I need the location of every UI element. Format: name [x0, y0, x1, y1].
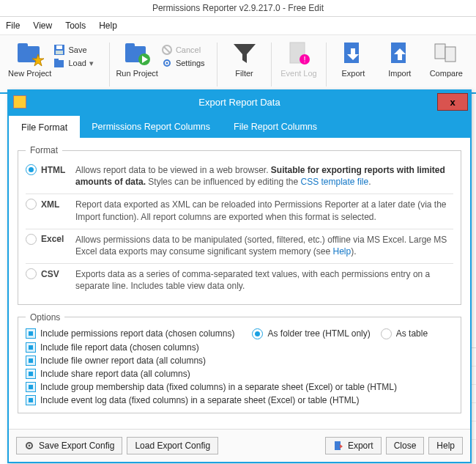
format-label-csv: CSV: [41, 269, 59, 279]
format-label-html: HTML: [41, 165, 65, 175]
options-legend: Options: [26, 312, 64, 323]
label-include-owner: Include file owner report data (all colu…: [40, 356, 206, 366]
close-button[interactable]: Close: [386, 437, 425, 454]
export-button[interactable]: Export: [325, 437, 382, 454]
menubar: File View Tools Help: [0, 17, 476, 35]
svg-marker-16: [234, 44, 256, 63]
gear-icon: [24, 441, 34, 451]
radio-excel[interactable]: [26, 234, 37, 245]
event-log-icon: !: [285, 40, 313, 67]
ribbon-compare[interactable]: Compare: [424, 40, 469, 78]
radio-as-tree[interactable]: [252, 328, 263, 339]
dialog-tabs: File Format Permissions Report Columns F…: [9, 113, 470, 138]
ribbon-save[interactable]: Save: [53, 44, 105, 56]
checkbox-include-group[interactable]: [26, 382, 36, 392]
ribbon-export[interactable]: Export: [331, 40, 376, 78]
svg-marker-29: [340, 444, 343, 449]
label-include-share: Include share report data (all columns): [40, 369, 190, 379]
load-config-button[interactable]: Load Export Config: [127, 437, 218, 454]
ribbon-load[interactable]: Load ▾: [53, 57, 105, 69]
format-row-html: HTML Allows report data to be viewed in …: [26, 160, 453, 194]
svg-point-15: [166, 62, 168, 65]
ribbon-new-project[interactable]: New Project: [7, 40, 52, 78]
format-label-xml: XML: [41, 199, 59, 210]
filter-icon: [231, 40, 259, 67]
ribbon-import[interactable]: Import: [377, 40, 422, 78]
ribbon-cancel: Cancel: [161, 44, 212, 56]
run-icon: [123, 40, 151, 67]
compare-icon: [432, 40, 460, 67]
menu-tools[interactable]: Tools: [65, 21, 86, 31]
label-include-eventlog: Include event log data (fixed columns) i…: [40, 395, 360, 405]
menu-view[interactable]: View: [33, 21, 52, 31]
folder-star-icon: [16, 40, 44, 67]
checkbox-include-permissions[interactable]: [26, 328, 36, 339]
checkbox-include-eventlog[interactable]: [26, 395, 36, 405]
format-desc-excel: Allows permissions data to be manipulate…: [75, 234, 453, 257]
load-icon: [53, 57, 65, 69]
radio-xml[interactable]: [26, 199, 37, 210]
svg-rect-5: [56, 51, 63, 54]
checkbox-include-share[interactable]: [26, 369, 36, 379]
format-legend: Format: [26, 145, 62, 155]
svg-rect-24: [435, 44, 445, 59]
cancel-icon: [161, 44, 173, 56]
link-css-template[interactable]: CSS template file: [301, 177, 369, 187]
svg-rect-28: [335, 441, 341, 450]
export-icon: [339, 40, 367, 67]
radio-html[interactable]: [26, 164, 37, 175]
label-include-group: Include group membership data (fixed col…: [40, 382, 397, 392]
svg-rect-7: [54, 59, 59, 62]
tab-permissions-columns[interactable]: Permissions Report Columns: [80, 116, 222, 138]
label-include-permissions: Include permissions report data (chosen …: [40, 328, 234, 339]
ribbon: New Project Save Load ▾ Run Project: [0, 35, 476, 94]
label-as-table: As table: [396, 328, 428, 339]
tab-file-format[interactable]: File Format: [9, 116, 80, 139]
dialog-close-button[interactable]: x: [437, 93, 468, 111]
format-desc-csv: Exports data as a series of comma-separa…: [75, 268, 453, 292]
tab-file-columns[interactable]: File Report Columns: [222, 116, 329, 138]
ribbon-filter[interactable]: Filter: [222, 40, 267, 78]
format-desc-html: Allows report data to be viewed in a web…: [75, 164, 453, 188]
svg-rect-4: [56, 45, 62, 49]
radio-csv[interactable]: [26, 268, 37, 279]
help-button[interactable]: Help: [428, 437, 463, 454]
ribbon-run-project[interactable]: Run Project: [114, 40, 159, 78]
save-icon: [53, 44, 65, 56]
label-include-file: Include file report data (chosen columns…: [40, 342, 199, 353]
menu-help[interactable]: Help: [99, 21, 117, 31]
radio-as-table[interactable]: [381, 328, 392, 339]
checkbox-include-file[interactable]: [26, 342, 36, 353]
svg-text:!: !: [303, 55, 305, 64]
format-row-csv: CSV Exports data as a series of comma-se…: [26, 264, 453, 298]
label-as-tree: As folder tree (HTML only): [267, 328, 370, 339]
format-group: Format HTML Allows report data to be vie…: [18, 145, 461, 305]
close-icon: x: [450, 97, 455, 108]
ribbon-event-log: ! Event Log: [276, 40, 321, 78]
settings-icon: [161, 57, 173, 69]
link-help[interactable]: Help: [332, 246, 351, 257]
svg-rect-1: [18, 43, 28, 49]
checkbox-include-owner[interactable]: [26, 356, 36, 366]
format-row-xml: XML Report data exported as XML can be r…: [26, 194, 453, 229]
dialog-body: Format HTML Allows report data to be vie…: [9, 138, 470, 424]
svg-rect-25: [445, 47, 455, 62]
import-icon: [386, 40, 414, 67]
format-label-excel: Excel: [41, 234, 64, 244]
save-config-button[interactable]: Save Export Config: [16, 437, 122, 454]
options-group: Options Include permissions report data …: [18, 312, 461, 413]
svg-line-13: [164, 47, 170, 53]
format-row-excel: Excel Allows permissions data to be mani…: [26, 229, 453, 264]
format-desc-xml: Report data exported as XML can be reloa…: [75, 199, 453, 222]
export-icon: [333, 441, 343, 451]
dialog-sys-icon: [13, 95, 26, 108]
app-title: Permissions Reporter v2.9.217.0 - Free E…: [0, 0, 476, 17]
dialog-titlebar: Export Report Data x: [9, 91, 470, 113]
export-dialog: Export Report Data x File Format Permiss…: [7, 89, 472, 463]
dialog-title: Export Report Data: [198, 97, 280, 108]
dialog-footer: Save Export Config Load Export Config Ex…: [9, 429, 470, 462]
svg-rect-9: [125, 43, 135, 49]
ribbon-settings[interactable]: Settings: [161, 57, 212, 69]
svg-point-27: [29, 445, 31, 447]
menu-file[interactable]: File: [6, 21, 20, 31]
